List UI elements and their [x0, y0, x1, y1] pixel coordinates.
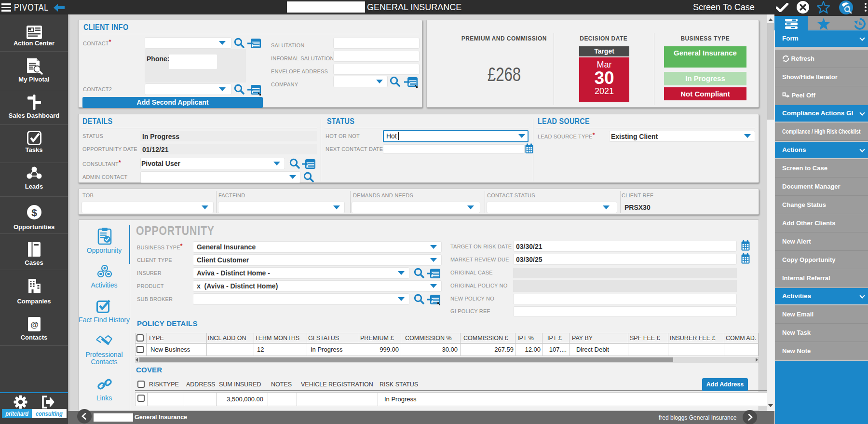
- svg-text:@: @: [30, 320, 39, 329]
- svg-text:$: $: [31, 207, 37, 218]
